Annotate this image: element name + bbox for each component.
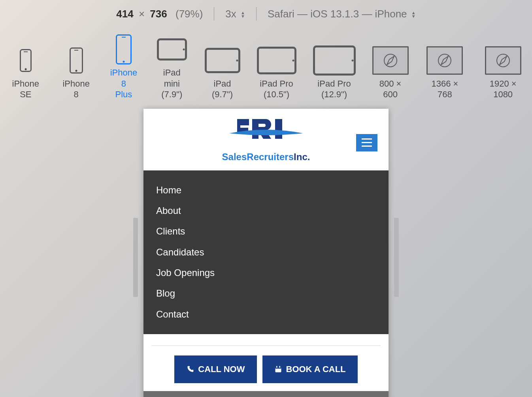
svg-rect-11	[206, 49, 239, 72]
svg-point-19	[497, 54, 509, 67]
svg-rect-24	[279, 366, 280, 368]
device-label: iPad Pro	[260, 78, 293, 89]
preview-frame: SalesRecruitersInc. HomeAboutClientsCand…	[128, 109, 404, 397]
svg-point-16	[351, 59, 353, 61]
browser-window-icon	[426, 43, 463, 78]
device-label: iPad	[214, 78, 231, 89]
device-label: 800 × 600	[372, 78, 409, 100]
site-footer	[143, 391, 389, 397]
logo-text: SalesRecruitersInc.	[222, 151, 310, 163]
svg-rect-20	[275, 119, 282, 139]
divider	[151, 345, 381, 346]
svg-point-7	[123, 61, 125, 63]
device-sublabel: Plus	[115, 89, 132, 100]
tablet-icon	[157, 32, 187, 67]
device-ipad-pro-12[interactable]: iPad Pro(12.9")	[313, 43, 356, 100]
device-label: iPad Pro	[317, 78, 351, 89]
device-label: 1920 × 1080	[481, 78, 525, 100]
device-sublabel: (10.5")	[264, 89, 289, 100]
device-sublabel: (7.9")	[161, 89, 182, 100]
device-ipad[interactable]: iPad(9.7")	[205, 43, 240, 100]
svg-rect-23	[276, 366, 277, 368]
site-logo[interactable]: SalesRecruitersInc.	[222, 119, 310, 163]
stepper-icon: ▲▼	[411, 11, 416, 18]
device-picker: iPhone SEiPhone 8iPhone 8PlusiPad mini(7…	[0, 32, 532, 100]
device-ipad-mini[interactable]: iPad mini(7.9")	[156, 32, 188, 100]
nav-item-candidates[interactable]: Candidates	[156, 242, 376, 263]
device-label: iPhone SE	[7, 78, 44, 100]
resize-handle-left[interactable]	[133, 218, 138, 297]
device-res-1920[interactable]: 1920 × 1080	[481, 43, 525, 100]
menu-toggle-button[interactable]	[356, 134, 377, 151]
logo-mark	[228, 119, 304, 150]
svg-point-17	[384, 54, 397, 67]
device-sublabel: (9.7")	[212, 89, 233, 100]
nav-item-home[interactable]: Home	[156, 180, 376, 200]
call-now-button[interactable]: CALL NOW	[174, 355, 257, 383]
mobile-nav-menu: HomeAboutClientsCandidatesJob OpeningsBl…	[143, 170, 389, 335]
tablet-icon	[313, 43, 356, 78]
phone-icon	[186, 365, 194, 373]
svg-rect-6	[116, 35, 131, 64]
user-agent-selector[interactable]: Safari — iOS 13.1.3 — iPhone ▲▼	[268, 8, 416, 20]
device-sublabel: (12.9")	[321, 89, 347, 100]
svg-rect-3	[70, 48, 82, 73]
responsive-mode-infobar: 414 × 736 (79%) 3x ▲▼ Safari — iOS 13.1.…	[0, 0, 532, 21]
viewport-size[interactable]: 414 × 736 (79%)	[116, 8, 203, 20]
svg-point-4	[75, 70, 77, 72]
device-label: iPhone 8	[61, 78, 92, 100]
svg-rect-15	[314, 46, 355, 74]
device-ipad-pro-10[interactable]: iPad Pro(10.5")	[257, 43, 296, 100]
svg-rect-0	[20, 49, 31, 71]
svg-point-18	[438, 54, 451, 67]
nav-item-about[interactable]: About	[156, 200, 376, 221]
device-iphone-8[interactable]: iPhone 8	[61, 43, 92, 100]
device-iphone-se[interactable]: iPhone SE	[7, 43, 44, 100]
nav-item-contact[interactable]: Contact	[156, 304, 376, 325]
pixel-ratio-selector[interactable]: 3x ▲▼	[225, 8, 245, 20]
tablet-icon	[205, 43, 240, 78]
nav-item-blog[interactable]: Blog	[156, 283, 376, 304]
svg-point-14	[292, 59, 294, 61]
phone-icon	[70, 43, 83, 78]
device-label: iPhone 8	[108, 67, 139, 89]
responsive-viewport: SalesRecruitersInc. HomeAboutClientsCand…	[143, 109, 389, 397]
phone-icon	[116, 32, 132, 67]
device-label: 1366 × 768	[425, 78, 465, 100]
device-iphone-8-plus[interactable]: iPhone 8Plus	[108, 32, 139, 100]
book-call-button[interactable]: BOOK A CALL	[262, 355, 358, 383]
device-res-800[interactable]: 800 × 600	[372, 43, 409, 100]
svg-point-1	[25, 68, 26, 70]
device-res-1366[interactable]: 1366 × 768	[425, 43, 465, 100]
browser-window-icon	[485, 43, 521, 78]
svg-rect-9	[158, 40, 186, 60]
separator	[214, 7, 214, 21]
nav-item-job-openings[interactable]: Job Openings	[156, 263, 376, 283]
svg-rect-13	[258, 47, 295, 73]
stepper-icon: ▲▼	[241, 11, 245, 18]
site-header: SalesRecruitersInc.	[143, 109, 389, 170]
calendar-icon	[274, 365, 282, 373]
hamburger-icon	[362, 138, 372, 140]
separator	[256, 7, 257, 21]
svg-rect-22	[275, 367, 281, 369]
resize-handle-right[interactable]	[394, 218, 399, 297]
nav-item-clients[interactable]: Clients	[156, 221, 376, 242]
svg-point-12	[236, 59, 238, 61]
phone-icon	[20, 43, 32, 78]
device-label: iPad mini	[156, 67, 188, 89]
browser-window-icon	[372, 43, 409, 78]
cta-row: CALL NOW BOOK A CALL	[143, 355, 389, 391]
tablet-icon	[257, 43, 296, 78]
svg-point-10	[183, 49, 185, 51]
